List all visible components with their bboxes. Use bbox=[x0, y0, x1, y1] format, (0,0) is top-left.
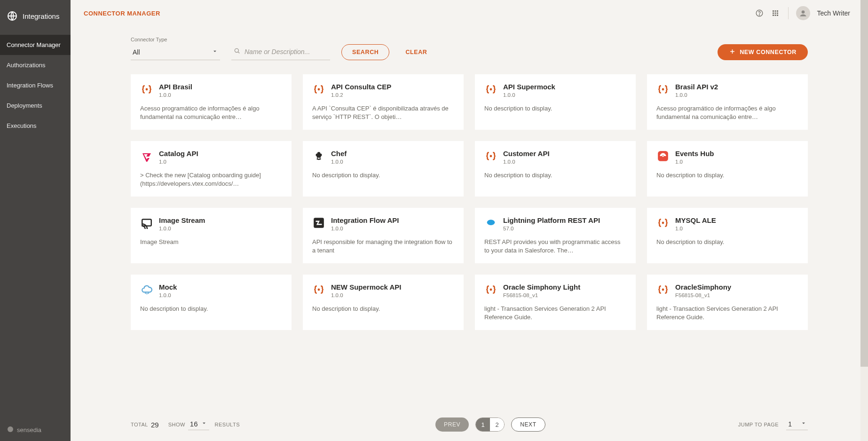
jump-to-page: JUMP TO PAGE 1 bbox=[738, 419, 808, 430]
search-icon bbox=[233, 47, 245, 56]
chevron-down-icon bbox=[201, 420, 207, 428]
connector-title: Oracle Simphony Light bbox=[503, 283, 580, 291]
connector-card[interactable]: NEW Supermock API 1.0.0 No description t… bbox=[303, 275, 464, 330]
connector-card[interactable]: API Brasil 1.0.0 Acesso programático de … bbox=[131, 74, 292, 130]
search-button[interactable]: SEARCH bbox=[341, 44, 389, 60]
show-value: 16 bbox=[190, 420, 198, 428]
help-icon[interactable] bbox=[751, 5, 767, 21]
next-button[interactable]: NEXT bbox=[511, 417, 545, 432]
svg-point-3 bbox=[759, 15, 760, 15]
sidebar-item-label: Integration Flows bbox=[7, 82, 53, 89]
results-label: RESULTS bbox=[215, 422, 240, 427]
scrollbar-thumb[interactable] bbox=[860, 0, 868, 367]
connector-version: 1.0.0 bbox=[331, 292, 401, 298]
connector-title: Image Stream bbox=[159, 216, 205, 225]
connector-card[interactable]: Integration Flow API 1.0.0 API responsib… bbox=[303, 208, 464, 263]
connector-version: 57.0 bbox=[503, 226, 600, 231]
scrollbar[interactable] bbox=[860, 0, 868, 441]
sidebar-item-integration-flows[interactable]: Integration Flows bbox=[0, 75, 71, 95]
svg-rect-10 bbox=[773, 15, 774, 16]
brackets-icon bbox=[656, 83, 670, 96]
svg-rect-6 bbox=[777, 10, 778, 12]
brackets-icon bbox=[312, 83, 325, 96]
salesforce-icon bbox=[484, 216, 497, 229]
prev-button: PREV bbox=[435, 417, 469, 432]
connector-title: API Brasil bbox=[159, 83, 192, 91]
sidebar-item-label: Connector Manager bbox=[7, 41, 61, 48]
page-2-button[interactable]: 2 bbox=[490, 418, 504, 431]
sidebar-item-deployments[interactable]: Deployments bbox=[0, 95, 71, 116]
connector-card[interactable]: Oracle Simphony Light F56815-08_v1 light… bbox=[475, 275, 636, 330]
connector-card[interactable]: Image Stream 1.0.0 Image Stream bbox=[131, 208, 292, 263]
connector-title: MYSQL ALE bbox=[675, 216, 716, 225]
jump-page-select[interactable]: 1 bbox=[786, 419, 808, 430]
connector-title: Chef bbox=[331, 150, 347, 158]
connector-description: No description to display. bbox=[484, 171, 626, 180]
topbar: CONNECTOR MANAGER Tech Writer bbox=[71, 0, 868, 26]
svg-point-1 bbox=[8, 426, 13, 432]
apps-grid-icon[interactable] bbox=[767, 5, 783, 21]
connector-description: light - Transaction Services Generation … bbox=[656, 305, 798, 321]
avatar[interactable] bbox=[796, 6, 810, 20]
sidebar-item-label: Deployments bbox=[7, 102, 42, 109]
svg-rect-7 bbox=[773, 13, 774, 14]
connector-version: 1.0.0 bbox=[503, 92, 555, 98]
eventshub-icon bbox=[656, 150, 670, 163]
sidebar-item-label: Executions bbox=[7, 122, 37, 129]
connector-card[interactable]: OracleSimphony F56815-08_v1 light - Tran… bbox=[647, 275, 808, 330]
connector-description: No description to display. bbox=[484, 104, 626, 113]
connector-version: 1.0 bbox=[159, 159, 198, 165]
svg-point-18 bbox=[663, 89, 663, 90]
main: CONNECTOR MANAGER Tech Writer Connector … bbox=[71, 0, 868, 441]
brackets-icon bbox=[484, 150, 497, 163]
sidebar-item-authorizations[interactable]: Authorizations bbox=[0, 55, 71, 75]
svg-point-29 bbox=[490, 289, 491, 290]
vendor-logo-icon bbox=[7, 425, 14, 434]
brackets-icon bbox=[484, 83, 497, 96]
total-label: TOTAL bbox=[131, 422, 148, 427]
connector-card[interactable]: Chef 1.0.0 No description to display. bbox=[303, 141, 464, 197]
new-connector-button[interactable]: NEW CONNECTOR bbox=[718, 44, 808, 60]
total-value: 29 bbox=[151, 421, 159, 429]
svg-point-30 bbox=[663, 289, 663, 290]
connector-card[interactable]: Mock 1.0.0 No description to display. bbox=[131, 275, 292, 330]
connector-card[interactable]: API Supermock 1.0.0 No description to di… bbox=[475, 74, 636, 130]
filter-bar: Connector Type All SEARCH bbox=[131, 36, 808, 60]
sidebar-item-executions[interactable]: Executions bbox=[0, 116, 71, 136]
show-select[interactable]: 16 bbox=[188, 419, 209, 430]
jump-label: JUMP TO PAGE bbox=[738, 422, 779, 427]
connector-card[interactable]: Lightning Platform REST API 57.0 REST AP… bbox=[475, 208, 636, 263]
connector-card[interactable]: MYSQL ALE 1.0 No description to display. bbox=[647, 208, 808, 263]
connector-description: REST API provides you with programmatic … bbox=[484, 238, 626, 254]
connector-title: OracleSimphony bbox=[675, 283, 731, 291]
connector-description: A API `Consulta CEP` é disponibilizada a… bbox=[312, 104, 454, 121]
connector-title: API Supermock bbox=[503, 83, 555, 91]
connector-version: F56815-08_v1 bbox=[675, 292, 731, 298]
svg-point-16 bbox=[318, 89, 319, 90]
chevron-down-icon bbox=[800, 420, 807, 428]
page-1-button[interactable]: 1 bbox=[476, 418, 490, 431]
connector-description: No description to display. bbox=[656, 171, 798, 180]
sidebar-footer: sensedia bbox=[0, 419, 71, 441]
connector-version: 1.0.0 bbox=[331, 226, 399, 231]
vendor-label: sensedia bbox=[17, 426, 41, 433]
svg-rect-25 bbox=[314, 218, 324, 228]
connector-card[interactable]: Events Hub 1.0 No description to display… bbox=[647, 141, 808, 197]
sidebar-item-connector-manager[interactable]: Connector Manager bbox=[0, 35, 71, 55]
connector-description: Image Stream bbox=[140, 238, 282, 246]
svg-point-23 bbox=[662, 155, 663, 157]
connector-card[interactable]: Catalog API 1.0 > Check the new [Catalog… bbox=[131, 141, 292, 197]
sidebar-header: Integrations bbox=[0, 0, 71, 35]
user-name: Tech Writer bbox=[817, 9, 850, 17]
connector-description: Acesso programático de informações é alg… bbox=[140, 104, 282, 121]
clear-button[interactable]: CLEAR bbox=[401, 44, 432, 60]
connector-card[interactable]: Customer API 1.0.0 No description to dis… bbox=[475, 141, 636, 197]
cloud-icon bbox=[140, 283, 153, 296]
connector-card[interactable]: API Consulta CEP 1.0.2 A API `Consulta C… bbox=[303, 74, 464, 130]
search-input[interactable] bbox=[245, 48, 328, 55]
brackets-icon bbox=[312, 283, 325, 296]
connector-version: F56815-08_v1 bbox=[503, 292, 580, 298]
connector-type-select[interactable]: All bbox=[131, 44, 220, 60]
connector-card[interactable]: Brasil API v2 1.0.0 Acesso programático … bbox=[647, 74, 808, 130]
connector-version: 1.0.0 bbox=[159, 226, 205, 231]
